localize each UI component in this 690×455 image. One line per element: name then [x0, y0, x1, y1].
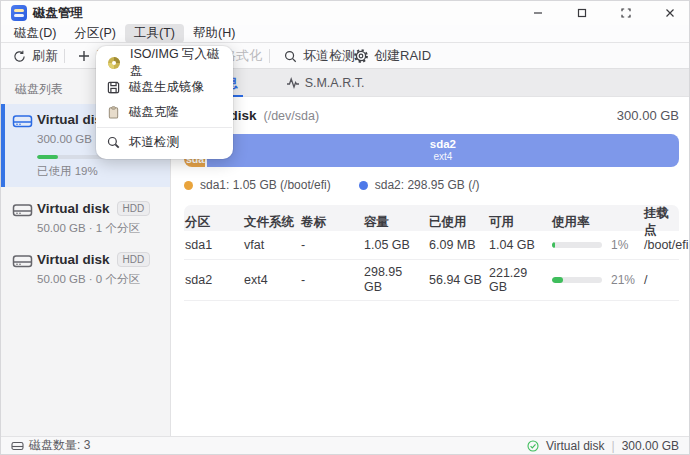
search-icon [284, 50, 297, 63]
disk-count: 磁盘数量: 3 [11, 437, 90, 454]
usage-progress-bar [552, 277, 602, 283]
disk-info-content: Virtual disk (/dev/sda) 300.00 GB sda1 s… [171, 97, 689, 436]
disk-header: Virtual disk (/dev/sda) 300.00 GB [184, 108, 679, 123]
save-image-icon [107, 81, 120, 94]
main-panel: 磁盘信息 S.M.A.R.T. Virtual disk (/dev/sda) … [171, 69, 689, 436]
usage-progress-bar [552, 242, 602, 248]
disk-usage-label: 已使用 19% [37, 164, 162, 179]
disk-drive-icon [12, 202, 33, 222]
close-icon[interactable] [663, 6, 677, 20]
titlebar: 磁盘管理 [1, 1, 689, 25]
menubar: 磁盘(D) 分区(P) 工具(T) 帮助(H) [1, 25, 689, 43]
legend-dot-orange [184, 181, 193, 190]
fullscreen-icon[interactable] [619, 6, 633, 20]
gear-icon [354, 49, 368, 63]
menu-partition[interactable]: 分区(P) [65, 24, 125, 43]
create-raid-button[interactable]: 创建RAID [354, 43, 431, 69]
refresh-button[interactable]: 刷新 [13, 43, 58, 69]
disk-device-path: (/dev/sda) [264, 109, 320, 123]
menu-help[interactable]: 帮助(H) [184, 24, 244, 43]
menu-separator [97, 127, 232, 128]
table-row[interactable]: sda2 ext4 - 298.95 GB 56.94 GB 221.29 GB… [184, 260, 679, 301]
disk-manager-window: 磁盘管理 磁盘(D) 分区(P) 工具(T) 帮助(H) [0, 0, 690, 455]
legend-item-sda1: sda1: 1.05 GB (/boot/efi) [184, 178, 331, 192]
usage-cell: 1% [552, 238, 644, 252]
app-logo-icon [11, 5, 27, 21]
table-row[interactable]: sda1 vfat - 1.05 GB 6.09 MB 1.04 GB 1% /… [184, 231, 679, 260]
selected-disk-status: Virtual disk | 300.00 GB [527, 439, 679, 453]
toolbar-separator [269, 49, 270, 63]
tab-strip: 磁盘信息 S.M.A.R.T. [171, 69, 689, 97]
menu-item-bad-sector-check[interactable]: 坏道检测 [96, 130, 233, 155]
pulse-icon [286, 77, 300, 89]
disc-icon [107, 56, 121, 70]
tools-dropdown-menu: ISO/IMG 写入磁盘 磁盘生成镜像 磁盘克隆 坏道检测 [96, 46, 233, 159]
hdd-badge: HDD [117, 201, 151, 216]
statusbar: 磁盘数量: 3 Virtual disk | 300.00 GB [1, 436, 689, 454]
usage-cell: 21% [552, 273, 644, 287]
disk-total-size: 300.00 GB [617, 108, 679, 123]
mount-point: / [644, 273, 679, 287]
minimize-icon[interactable] [531, 6, 545, 20]
menu-item-iso-write[interactable]: ISO/IMG 写入磁盘 [96, 50, 233, 75]
refresh-icon [13, 50, 26, 63]
menu-item-disk-clone[interactable]: 磁盘克隆 [96, 100, 233, 125]
window-controls [531, 6, 679, 20]
disk-list-item[interactable]: Virtual disk HDD 50.00 GB · 0 个分区 [1, 244, 170, 295]
table-header-row: 分区 文件系统 卷标 容量 已使用 可用 使用率 挂载点 [184, 205, 679, 231]
toolbar-separator [64, 49, 65, 63]
partition-legend: sda1: 1.05 GB (/boot/efi) sda2: 298.95 G… [184, 178, 679, 192]
plus-icon [78, 50, 90, 62]
hdd-badge: HDD [117, 252, 151, 267]
check-circle-icon [527, 440, 539, 452]
menu-disk[interactable]: 磁盘(D) [5, 24, 65, 43]
tab-smart[interactable]: S.M.A.R.T. [277, 69, 373, 97]
window-title: 磁盘管理 [33, 5, 83, 22]
partition-bar: sda1 sda2 ext4 [184, 134, 679, 167]
bad-sector-button[interactable]: 坏道检测 [284, 43, 355, 69]
maximize-icon[interactable] [575, 6, 589, 20]
menu-tools[interactable]: 工具(T) [125, 24, 184, 43]
search-icon [107, 136, 120, 149]
clone-icon [107, 106, 120, 119]
disk-drive-icon [12, 113, 33, 133]
partition-table: 分区 文件系统 卷标 容量 已使用 可用 使用率 挂载点 sda1 vfat -… [184, 205, 679, 301]
disk-drive-icon [12, 253, 33, 273]
disk-drive-icon [11, 441, 24, 451]
partition-segment-sda2[interactable]: sda2 ext4 [207, 134, 679, 167]
legend-dot-blue [359, 181, 368, 190]
disk-list-item[interactable]: Virtual disk HDD 50.00 GB · 1 个分区 [1, 193, 170, 244]
legend-item-sda2: sda2: 298.95 GB (/) [359, 178, 480, 192]
mount-point: /boot/efi [644, 238, 690, 252]
